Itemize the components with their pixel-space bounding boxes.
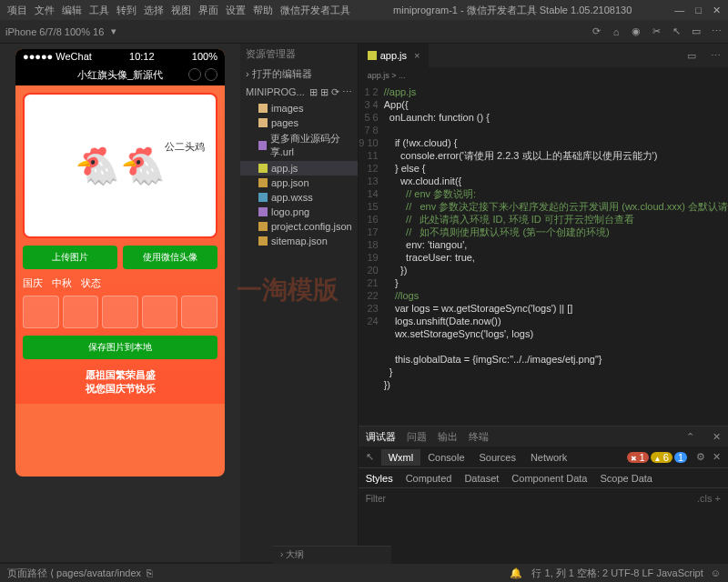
panel-tab[interactable]: 输出	[438, 430, 458, 444]
split-icon[interactable]: ▭	[680, 50, 703, 62]
frame-option[interactable]	[102, 296, 138, 328]
maximize-icon[interactable]: □	[695, 5, 702, 16]
breadcrumb[interactable]: app.js > ...	[359, 67, 728, 84]
explorer-actions[interactable]: ⊞ ⊞ ⟳ ⋯	[309, 86, 352, 98]
device-icon[interactable]: ▭	[690, 25, 703, 38]
frame-option[interactable]	[142, 296, 178, 328]
menu-item[interactable]: 项目	[7, 4, 27, 17]
info-badge[interactable]: 1	[674, 452, 687, 463]
panel-tab[interactable]: 终端	[469, 430, 489, 444]
close-capsule-icon[interactable]	[205, 68, 217, 81]
code-content[interactable]: //app.js App({ onLaunch: function () { i…	[384, 84, 728, 426]
debug-tab[interactable]: Wxml	[381, 449, 421, 466]
wish-text-1: 愿祖国繁荣昌盛	[23, 368, 217, 382]
simulator-panel: ●●●●● WeChat 10:12 100% 小红旗头像_新源代 🐔🐔 公二头…	[0, 44, 240, 562]
menu-item[interactable]: 工具	[89, 4, 109, 17]
project-root[interactable]: MINIPROG...⊞ ⊞ ⟳ ⋯	[240, 84, 358, 101]
gear-icon[interactable]: ⚙	[696, 451, 705, 463]
styles-tab[interactable]: Computed	[406, 473, 452, 484]
styles-tab[interactable]: Styles	[366, 473, 393, 484]
menu-bar: 项目文件编辑工具转到选择视图界面设置帮助微信开发者工具	[7, 4, 350, 17]
styles-tab[interactable]: Scope Data	[601, 473, 652, 484]
battery-label: 100%	[192, 51, 217, 62]
close-tab-icon[interactable]: ×	[414, 50, 420, 61]
menu-item[interactable]: 界面	[198, 4, 218, 17]
refresh-icon[interactable]: ⟳	[590, 25, 602, 38]
chevron-down-icon[interactable]: ▾	[111, 25, 116, 37]
wechat-avatar-button[interactable]: 使用微信头像	[123, 246, 217, 269]
file-item[interactable]: 更多商业源码分享.url	[240, 130, 358, 161]
page-path[interactable]: 页面路径 ⟨ pages/avatar/index	[7, 567, 141, 580]
upload-button[interactable]: 上传图片	[23, 246, 117, 269]
styles-tab[interactable]: Component Data	[511, 473, 587, 484]
save-button[interactable]: 保存图片到本地	[23, 336, 217, 359]
pointer-icon[interactable]: ↖	[670, 25, 682, 38]
toolbar: iPhone 6/7/8 100% 16 ▾ ⟳ ⌂ ◉ ✂ ↖ ▭ ⋯	[0, 20, 728, 44]
menu-item[interactable]: 视图	[171, 4, 191, 17]
styles-tab[interactable]: Dataset	[464, 473, 499, 484]
frame-tab[interactable]: 中秋	[52, 276, 72, 290]
phone-preview: ●●●●● WeChat 10:12 100% 小红旗头像_新源代 🐔🐔 公二头…	[15, 49, 225, 477]
error-badge[interactable]: ✖ 1	[627, 452, 648, 463]
file-item[interactable]: images	[240, 101, 358, 115]
file-item[interactable]: logo.png	[240, 205, 358, 219]
file-item[interactable]: app.js	[240, 161, 358, 176]
notification-icon[interactable]: 🔔	[510, 567, 522, 579]
cut-icon[interactable]: ✂	[650, 25, 662, 38]
frame-tab[interactable]: 状态	[81, 276, 101, 290]
debug-tab[interactable]: Network	[523, 449, 574, 466]
menu-item[interactable]: 转到	[116, 4, 136, 17]
wish-text-2: 祝您国庆节快乐	[23, 382, 217, 396]
menu-item[interactable]: 文件	[35, 4, 55, 17]
collapse-icon[interactable]: ⌃	[686, 431, 694, 443]
frame-option[interactable]	[63, 296, 99, 328]
outline-section[interactable]: › 大纲	[273, 546, 391, 564]
chicken-image: 🐔🐔	[75, 145, 166, 187]
more-icon[interactable]: ⋯	[703, 50, 728, 62]
menu-item[interactable]: 编辑	[62, 4, 82, 17]
time-label: 10:12	[129, 51, 155, 62]
cls-toggle[interactable]: .cls +	[697, 493, 721, 504]
close-icon[interactable]: ✕	[713, 451, 721, 463]
menu-item[interactable]: 微信开发者工具	[280, 4, 350, 17]
menu-item[interactable]: 帮助	[253, 4, 273, 17]
close-icon[interactable]: ✕	[713, 431, 721, 443]
menu-item[interactable]: 设置	[226, 4, 246, 17]
menu-icon[interactable]	[188, 68, 201, 81]
line-numbers: 1 2 3 4 5 6 7 8 9 10 11 12 13 14 15 16 1…	[359, 84, 384, 426]
window-controls: — □ ✕	[674, 5, 721, 16]
file-item[interactable]: sitemap.json	[240, 234, 358, 248]
inspect-icon[interactable]: ↖	[366, 451, 374, 463]
filter-input[interactable]	[366, 494, 697, 504]
debug-tab[interactable]: Console	[420, 449, 471, 466]
tab-app-js[interactable]: app.js×	[359, 44, 430, 67]
minimize-icon[interactable]: —	[674, 5, 684, 16]
device-selector[interactable]: iPhone 6/7/8 100% 16	[5, 26, 104, 37]
feedback-icon[interactable]: ☺	[711, 567, 721, 578]
frame-option[interactable]	[23, 296, 59, 328]
frame-option[interactable]	[181, 296, 217, 328]
status-right[interactable]: 行 1, 列 1 空格: 2 UTF-8 LF JavaScript	[531, 567, 703, 580]
eye-icon[interactable]: ◉	[630, 25, 642, 38]
close-icon[interactable]: ✕	[713, 5, 721, 16]
file-item[interactable]: project.config.json	[240, 219, 358, 234]
editor-panel: app.js× ▭ ⋯ app.js > ... 1 2 3 4 5 6 7 8…	[359, 44, 728, 562]
debugger-panel: 调试器问题输出终端⌃✕ ↖ WxmlConsoleSourcesNetwork …	[359, 426, 728, 562]
status-bar: 页面路径 ⟨ pages/avatar/index ⎘ 🔔 行 1, 列 1 空…	[0, 564, 728, 582]
more-icon[interactable]: ⋯	[710, 25, 723, 38]
file-item[interactable]: pages	[240, 115, 358, 130]
file-item[interactable]: app.json	[240, 176, 358, 190]
warning-badge[interactable]: ▲ 6	[651, 452, 672, 463]
page-title: 小红旗头像_新源代	[77, 68, 163, 82]
menu-item[interactable]: 选择	[144, 4, 164, 17]
home-icon[interactable]: ⌂	[610, 25, 622, 38]
avatar-card: 🐔🐔 公二头鸡	[23, 93, 217, 238]
debug-tab[interactable]: Sources	[472, 449, 523, 466]
panel-tab[interactable]: 问题	[407, 430, 427, 444]
copy-icon[interactable]: ⎘	[147, 567, 153, 578]
file-item[interactable]: app.wxss	[240, 190, 358, 205]
explorer-panel: 资源管理器 › 打开的编辑器 MINIPROG...⊞ ⊞ ⟳ ⋯ images…	[240, 44, 359, 562]
panel-tab[interactable]: 调试器	[366, 430, 396, 444]
frame-tab[interactable]: 国庆	[23, 276, 43, 290]
open-editors-section[interactable]: › 打开的编辑器	[240, 65, 358, 84]
